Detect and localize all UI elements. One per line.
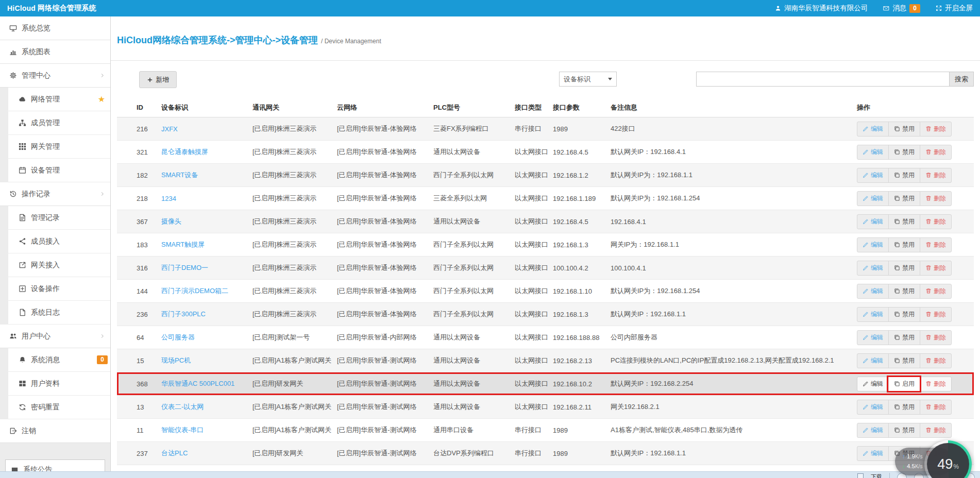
sidebar-item-logout[interactable]: 注销 bbox=[0, 419, 110, 443]
sidebar-item-system-charts[interactable]: 系统图表 bbox=[0, 40, 110, 64]
delete-button[interactable]: 删除 bbox=[920, 192, 951, 206]
edit-button[interactable]: 编辑 bbox=[857, 215, 888, 229]
device-link[interactable]: 华辰智通AC 500PLC001 bbox=[161, 379, 252, 388]
disable-button[interactable]: 禁用 bbox=[888, 261, 920, 275]
delete-button[interactable]: 删除 bbox=[920, 423, 951, 437]
device-link[interactable]: 现场PC机 bbox=[161, 356, 252, 365]
remark-cell: 默认网关IP：192.168.2.254 bbox=[611, 379, 857, 388]
add-device-button[interactable]: 新增 bbox=[139, 71, 177, 88]
device-link[interactable]: 台达PLC bbox=[161, 449, 252, 458]
search-input[interactable] bbox=[696, 72, 950, 87]
breadcrumb: HiCloud网络综合管理系统->管理中心->设备管理 / Device Man… bbox=[111, 16, 980, 61]
sidebar-item-system-messages[interactable]: 系统消息0 bbox=[8, 348, 110, 372]
cloud-network-cell: [已启用]华辰智通-测试网络 bbox=[337, 425, 433, 435]
sidebar-item-label: 管理记录 bbox=[31, 213, 60, 223]
messages-menu[interactable]: 消息 0 bbox=[883, 4, 920, 13]
browser-download-button[interactable]: 下载 bbox=[871, 473, 882, 478]
sidebar-item-member-mgmt[interactable]: 成员管理 bbox=[8, 111, 110, 135]
delete-button[interactable]: 删除 bbox=[920, 122, 951, 136]
delete-button[interactable]: 删除 bbox=[920, 284, 951, 298]
sidebar-item-label: 用户资料 bbox=[31, 379, 60, 388]
sidebar-item-user-profile[interactable]: 用户资料 bbox=[8, 372, 110, 396]
edit-button[interactable]: 编辑 bbox=[857, 308, 888, 321]
delete-button[interactable]: 删除 bbox=[920, 308, 951, 321]
device-link[interactable]: 西门子DEMO一 bbox=[161, 263, 252, 272]
edit-button[interactable]: 编辑 bbox=[857, 423, 888, 437]
delete-button[interactable]: 删除 bbox=[920, 400, 951, 414]
filter-field-select[interactable]: 设备标识 bbox=[559, 72, 617, 87]
sidebar-item-admin-center[interactable]: 管理中心 bbox=[0, 64, 110, 88]
expand-icon bbox=[936, 5, 942, 11]
gateway-cell: [已启用]株洲三菱演示 bbox=[252, 124, 337, 133]
fullscreen-button[interactable]: 开启全屏 bbox=[936, 4, 973, 13]
delete-button[interactable]: 删除 bbox=[920, 331, 951, 345]
memory-usage-circle[interactable]: 49 % bbox=[924, 440, 972, 478]
device-link[interactable]: 西门子演示DEMO箱二 bbox=[161, 286, 252, 296]
disable-button[interactable]: 禁用 bbox=[888, 400, 920, 414]
delete-button[interactable]: 删除 bbox=[920, 145, 951, 159]
device-link[interactable]: SMART触摸屏 bbox=[161, 240, 252, 249]
edit-button[interactable]: 编辑 bbox=[857, 377, 888, 391]
sidebar-item-device-mgmt[interactable]: 设备管理 bbox=[8, 159, 110, 182]
edit-button[interactable]: 编辑 bbox=[857, 284, 888, 298]
sidebar-item-op-records[interactable]: 操作记录 bbox=[0, 182, 110, 206]
delete-button[interactable]: 删除 bbox=[920, 377, 951, 391]
disable-button[interactable]: 禁用 bbox=[888, 423, 920, 437]
device-link[interactable]: 西门子300PLC bbox=[161, 310, 252, 319]
edit-button[interactable]: 编辑 bbox=[857, 354, 888, 368]
device-link[interactable]: 公司服务器 bbox=[161, 333, 252, 342]
disable-button[interactable]: 禁用 bbox=[888, 192, 920, 206]
sidebar-item-gateway-mgmt[interactable]: 网关管理 bbox=[8, 135, 110, 159]
disable-button[interactable]: 禁用 bbox=[888, 284, 920, 298]
sidebar-item-system-logs[interactable]: 系统日志 bbox=[8, 301, 110, 325]
interface-type-cell: 串行接口 bbox=[515, 425, 553, 435]
sidebar-item-user-center[interactable]: 用户中心 bbox=[0, 325, 110, 348]
edit-button[interactable]: 编辑 bbox=[857, 331, 888, 345]
browser-misc-icon[interactable] bbox=[857, 473, 864, 478]
disable-button[interactable]: 禁用 bbox=[888, 145, 920, 159]
edit-button[interactable]: 编辑 bbox=[857, 238, 888, 252]
actions-cell: 编辑禁用删除 bbox=[857, 214, 974, 229]
disable-button[interactable]: 禁用 bbox=[888, 168, 920, 182]
disable-button[interactable]: 禁用 bbox=[888, 331, 920, 345]
top-bar: HiCloud 网络综合管理系统 湖南华辰智通科技有限公司 消息 0 开启全屏 bbox=[0, 0, 980, 16]
device-id: 236 bbox=[117, 311, 161, 318]
edit-button[interactable]: 编辑 bbox=[857, 192, 888, 206]
edit-button[interactable]: 编辑 bbox=[857, 145, 888, 159]
sidebar-item-gateway-access[interactable]: 网关接入 bbox=[8, 253, 110, 277]
sidebar-item-member-access[interactable]: 成员接入 bbox=[8, 230, 110, 253]
disable-button[interactable]: 禁用 bbox=[888, 354, 920, 368]
sidebar-item-label: 密码重置 bbox=[31, 403, 60, 412]
device-link[interactable]: 昆仑通泰触摸屏 bbox=[161, 147, 252, 157]
sidebar-item-device-ops[interactable]: 设备操作 bbox=[8, 277, 110, 301]
disable-button[interactable]: 禁用 bbox=[888, 308, 920, 321]
delete-button[interactable]: 删除 bbox=[920, 354, 951, 368]
edit-button[interactable]: 编辑 bbox=[857, 400, 888, 414]
device-link[interactable]: 摄像头 bbox=[161, 217, 252, 226]
delete-button[interactable]: 删除 bbox=[920, 215, 951, 229]
company-menu[interactable]: 湖南华辰智通科技有限公司 bbox=[775, 4, 868, 13]
edit-button[interactable]: 编辑 bbox=[857, 122, 888, 136]
enable-button[interactable]: 启用 bbox=[888, 377, 920, 391]
delete-button[interactable]: 删除 bbox=[920, 238, 951, 252]
device-link[interactable]: 仪表二-以太网 bbox=[161, 402, 252, 412]
plc-model-cell: 西门子全系列以太网 bbox=[433, 286, 515, 296]
device-id: 367 bbox=[117, 218, 161, 226]
device-link[interactable]: 智能仪表-串口 bbox=[161, 425, 252, 435]
sidebar-item-network-mgmt[interactable]: 网络管理★ bbox=[8, 88, 110, 111]
disable-button[interactable]: 禁用 bbox=[888, 215, 920, 229]
edit-button[interactable]: 编辑 bbox=[857, 261, 888, 275]
disable-button[interactable]: 禁用 bbox=[888, 122, 920, 136]
device-link[interactable]: SMART设备 bbox=[161, 170, 252, 180]
edit-button[interactable]: 编辑 bbox=[857, 447, 888, 460]
delete-button[interactable]: 删除 bbox=[920, 261, 951, 275]
sidebar-item-admin-records[interactable]: 管理记录 bbox=[8, 206, 110, 230]
search-button[interactable]: 搜索 bbox=[950, 72, 974, 87]
device-link[interactable]: JXFX bbox=[161, 125, 252, 133]
device-link[interactable]: 1234 bbox=[161, 195, 252, 202]
sidebar-item-system-overview[interactable]: 系统总览 bbox=[0, 16, 110, 40]
sidebar-item-password-reset[interactable]: 密码重置 bbox=[8, 396, 110, 419]
edit-button[interactable]: 编辑 bbox=[857, 168, 888, 182]
disable-button[interactable]: 禁用 bbox=[888, 238, 920, 252]
delete-button[interactable]: 删除 bbox=[920, 168, 951, 182]
